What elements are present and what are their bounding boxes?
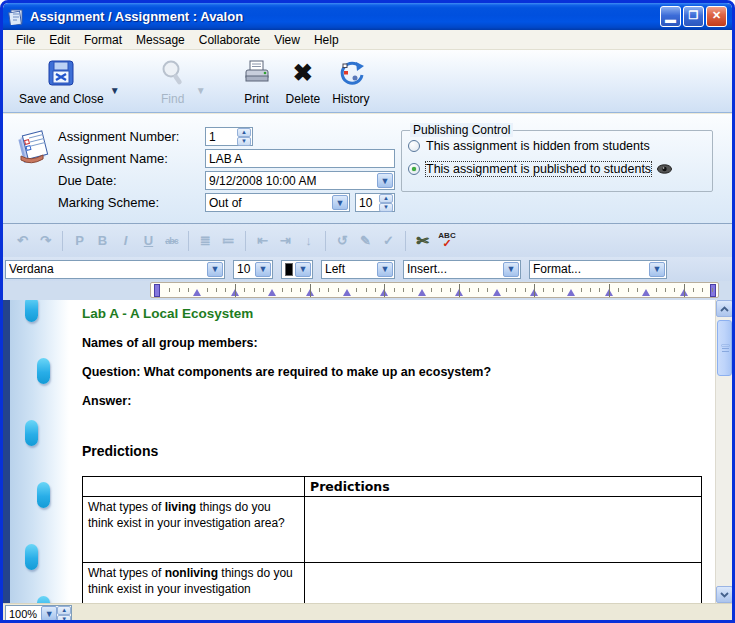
pen-icon[interactable]: ✎ bbox=[354, 233, 377, 248]
marking-scheme-dropdown-icon[interactable]: ▼ bbox=[332, 195, 348, 210]
indent-marker-left[interactable] bbox=[154, 284, 160, 297]
redo-icon[interactable]: ↷ bbox=[34, 233, 57, 248]
answer-cell[interactable] bbox=[305, 563, 702, 604]
spellcheck-icon[interactable]: ABC ✓ bbox=[434, 232, 460, 249]
tab-marker-icon[interactable] bbox=[418, 289, 426, 296]
spin-down-icon[interactable]: ▼ bbox=[379, 203, 393, 212]
marking-value-spinner[interactable]: ▲▼ bbox=[379, 194, 393, 211]
print-button[interactable]: Print bbox=[234, 54, 280, 108]
font-family-combobox[interactable]: Verdana ▼ bbox=[5, 260, 225, 279]
font-family-value: Verdana bbox=[9, 262, 207, 276]
paragraph-icon[interactable]: P bbox=[68, 233, 91, 248]
numbered-list-icon[interactable]: ≣ bbox=[194, 233, 217, 248]
menu-view[interactable]: View bbox=[267, 31, 307, 49]
table-header-empty bbox=[83, 477, 305, 497]
menu-file[interactable]: File bbox=[9, 31, 42, 49]
arrow-down-icon[interactable]: ↓ bbox=[297, 233, 320, 248]
doc-line-names: Names of all group members: bbox=[82, 336, 715, 350]
answer-cell[interactable] bbox=[305, 497, 702, 563]
underline-icon[interactable]: U bbox=[137, 233, 160, 248]
minimize-button[interactable]: ▬ bbox=[660, 6, 681, 27]
menu-collaborate[interactable]: Collaborate bbox=[192, 31, 267, 49]
zoom-control[interactable]: 100% ▼ ▲▼ bbox=[5, 605, 72, 622]
doc-line-answer: Answer: bbox=[82, 394, 715, 408]
font-family-dropdown-icon[interactable]: ▼ bbox=[207, 262, 223, 277]
alignment-dropdown-icon[interactable]: ▼ bbox=[377, 262, 393, 277]
format-dropdown-icon[interactable]: ▼ bbox=[649, 262, 665, 277]
indent-icon[interactable]: ⇥ bbox=[274, 233, 297, 248]
scroll-down-icon[interactable] bbox=[716, 586, 732, 603]
tab-marker-icon[interactable] bbox=[642, 289, 650, 296]
menu-format[interactable]: Format bbox=[77, 31, 129, 49]
find-dropdown-icon[interactable]: ▼ bbox=[196, 85, 206, 96]
marking-scheme-combobox[interactable]: Out of ▼ bbox=[205, 193, 350, 212]
font-size-dropdown-icon[interactable]: ▼ bbox=[255, 262, 271, 277]
cut-icon[interactable]: ✄ bbox=[411, 232, 434, 250]
close-button[interactable]: ✕ bbox=[706, 6, 727, 27]
history-button[interactable]: History bbox=[326, 54, 375, 108]
title-bar: Assignment / Assignment : Avalon ▬ ❐ ✕ bbox=[3, 3, 732, 30]
assignment-number-field[interactable]: 1 ▲▼ bbox=[205, 127, 253, 146]
alignment-combobox[interactable]: Left ▼ bbox=[321, 260, 395, 279]
published-option-row[interactable]: This assignment is published to students bbox=[408, 159, 706, 179]
ruler-tick bbox=[412, 288, 413, 292]
zoom-spinner[interactable]: ▲▼ bbox=[57, 606, 71, 621]
ruler-tick bbox=[338, 288, 339, 292]
ruler[interactable] bbox=[150, 282, 719, 298]
vertical-scrollbar[interactable] bbox=[715, 300, 732, 603]
zoom-dropdown-icon[interactable]: ▼ bbox=[41, 606, 57, 621]
tab-marker-icon[interactable] bbox=[193, 289, 201, 296]
outdent-icon[interactable]: ⇤ bbox=[251, 233, 274, 248]
alignment-value: Left bbox=[325, 262, 377, 276]
menu-message[interactable]: Message bbox=[129, 31, 192, 49]
font-color-combobox[interactable]: ▼ bbox=[281, 260, 313, 279]
format-combobox[interactable]: Format... ▼ bbox=[529, 260, 667, 279]
tab-marker-icon[interactable] bbox=[343, 289, 351, 296]
spin-up-icon[interactable]: ▲ bbox=[57, 606, 71, 615]
spin-down-icon[interactable]: ▼ bbox=[57, 615, 71, 623]
scrollbar-thumb[interactable] bbox=[717, 320, 732, 376]
spin-up-icon[interactable]: ▲ bbox=[379, 194, 393, 203]
assignment-number-value: 1 bbox=[209, 130, 237, 144]
hidden-radio[interactable] bbox=[408, 140, 420, 152]
spin-up-icon[interactable]: ▲ bbox=[237, 128, 251, 137]
hidden-option-label: This assignment is hidden from students bbox=[426, 139, 650, 153]
due-date-combobox[interactable]: 9/12/2008 10:00 AM ▼ bbox=[205, 171, 395, 190]
tab-marker-icon[interactable] bbox=[567, 289, 575, 296]
published-radio[interactable] bbox=[408, 163, 420, 175]
save-and-close-button[interactable]: Save and Close bbox=[13, 54, 110, 108]
check-icon[interactable]: ✓ bbox=[377, 233, 400, 248]
window-title: Assignment / Assignment : Avalon bbox=[30, 9, 660, 24]
undo-icon[interactable]: ↶ bbox=[11, 233, 34, 248]
font-color-dropdown-icon[interactable]: ▼ bbox=[295, 262, 311, 277]
question-text: What types of bbox=[88, 500, 165, 514]
scroll-up-icon[interactable] bbox=[716, 300, 732, 317]
tab-marker-icon[interactable] bbox=[268, 289, 276, 296]
strikethrough-icon[interactable]: abc bbox=[160, 236, 183, 246]
insert-dropdown-icon[interactable]: ▼ bbox=[503, 262, 519, 277]
assignment-number-spinner[interactable]: ▲▼ bbox=[237, 128, 251, 145]
find-button[interactable]: Find bbox=[150, 54, 196, 108]
menu-help[interactable]: Help bbox=[307, 31, 346, 49]
insert-combobox[interactable]: Insert... ▼ bbox=[403, 260, 521, 279]
maximize-button[interactable]: ❐ bbox=[683, 6, 704, 27]
assignment-name-field[interactable]: LAB A bbox=[205, 149, 395, 168]
save-dropdown-icon[interactable]: ▼ bbox=[110, 85, 120, 96]
bold-icon[interactable]: B bbox=[91, 233, 114, 248]
tab-marker-icon[interactable] bbox=[493, 289, 501, 296]
doc-title: Lab A - A Local Ecosystem bbox=[82, 306, 715, 321]
document-editor[interactable]: Lab A - A Local Ecosystem Names of all g… bbox=[69, 300, 715, 603]
ruler-tick bbox=[515, 288, 516, 292]
italic-icon[interactable]: I bbox=[114, 233, 137, 248]
rotate-icon[interactable]: ↺ bbox=[331, 233, 354, 248]
save-and-close-label: Save and Close bbox=[19, 92, 104, 106]
delete-button[interactable]: ✖ Delete bbox=[280, 54, 327, 108]
main-toolbar: Save and Close ▼ Find ▼ bbox=[3, 50, 732, 113]
menu-edit[interactable]: Edit bbox=[42, 31, 77, 49]
bulleted-list-icon[interactable]: ≔ bbox=[217, 233, 240, 248]
hidden-option-row[interactable]: This assignment is hidden from students bbox=[408, 136, 706, 156]
spin-down-icon[interactable]: ▼ bbox=[237, 137, 251, 146]
marking-value-field[interactable]: 10 ▲▼ bbox=[355, 193, 395, 212]
due-date-dropdown-icon[interactable]: ▼ bbox=[377, 173, 393, 188]
font-size-combobox[interactable]: 10 ▼ bbox=[233, 260, 273, 279]
